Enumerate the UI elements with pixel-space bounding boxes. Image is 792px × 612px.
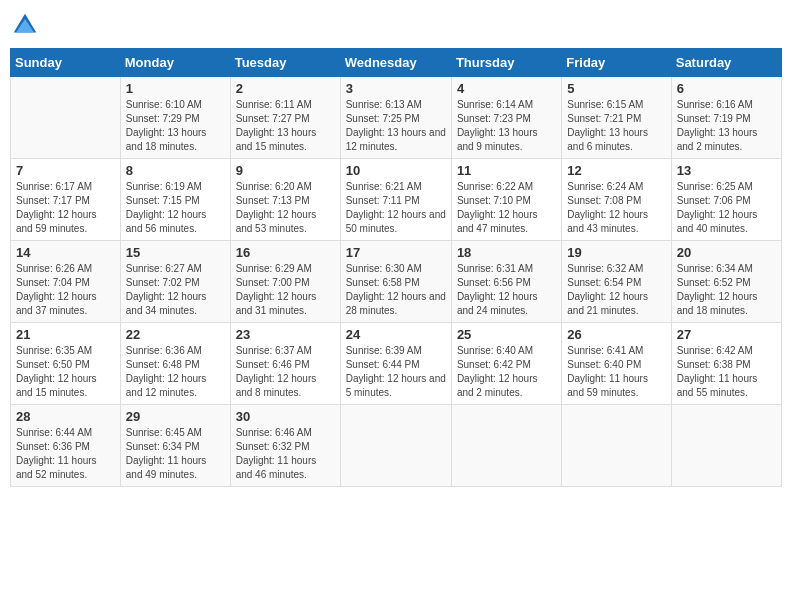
calendar-cell [671,405,781,487]
day-info: Sunrise: 6:35 AMSunset: 6:50 PMDaylight:… [16,344,115,400]
week-row-4: 28Sunrise: 6:44 AMSunset: 6:36 PMDayligh… [11,405,782,487]
day-info: Sunrise: 6:26 AMSunset: 7:04 PMDaylight:… [16,262,115,318]
calendar-cell: 4Sunrise: 6:14 AMSunset: 7:23 PMDaylight… [451,77,561,159]
calendar-cell: 30Sunrise: 6:46 AMSunset: 6:32 PMDayligh… [230,405,340,487]
week-row-2: 14Sunrise: 6:26 AMSunset: 7:04 PMDayligh… [11,241,782,323]
calendar-cell: 17Sunrise: 6:30 AMSunset: 6:58 PMDayligh… [340,241,451,323]
day-number: 4 [457,81,556,96]
day-info: Sunrise: 6:34 AMSunset: 6:52 PMDaylight:… [677,262,776,318]
day-number: 21 [16,327,115,342]
day-info: Sunrise: 6:10 AMSunset: 7:29 PMDaylight:… [126,98,225,154]
day-info: Sunrise: 6:16 AMSunset: 7:19 PMDaylight:… [677,98,776,154]
day-info: Sunrise: 6:19 AMSunset: 7:15 PMDaylight:… [126,180,225,236]
day-number: 25 [457,327,556,342]
day-info: Sunrise: 6:45 AMSunset: 6:34 PMDaylight:… [126,426,225,482]
page-header [10,10,782,40]
calendar-cell: 9Sunrise: 6:20 AMSunset: 7:13 PMDaylight… [230,159,340,241]
calendar-cell: 7Sunrise: 6:17 AMSunset: 7:17 PMDaylight… [11,159,121,241]
day-info: Sunrise: 6:37 AMSunset: 6:46 PMDaylight:… [236,344,335,400]
day-info: Sunrise: 6:42 AMSunset: 6:38 PMDaylight:… [677,344,776,400]
week-row-1: 7Sunrise: 6:17 AMSunset: 7:17 PMDaylight… [11,159,782,241]
day-number: 12 [567,163,665,178]
week-row-0: 1Sunrise: 6:10 AMSunset: 7:29 PMDaylight… [11,77,782,159]
day-info: Sunrise: 6:36 AMSunset: 6:48 PMDaylight:… [126,344,225,400]
day-number: 3 [346,81,446,96]
day-number: 1 [126,81,225,96]
calendar-cell: 10Sunrise: 6:21 AMSunset: 7:11 PMDayligh… [340,159,451,241]
calendar-cell: 26Sunrise: 6:41 AMSunset: 6:40 PMDayligh… [562,323,671,405]
day-number: 17 [346,245,446,260]
week-row-3: 21Sunrise: 6:35 AMSunset: 6:50 PMDayligh… [11,323,782,405]
day-info: Sunrise: 6:24 AMSunset: 7:08 PMDaylight:… [567,180,665,236]
logo-icon [10,10,40,40]
calendar-cell: 1Sunrise: 6:10 AMSunset: 7:29 PMDaylight… [120,77,230,159]
day-info: Sunrise: 6:21 AMSunset: 7:11 PMDaylight:… [346,180,446,236]
day-number: 5 [567,81,665,96]
day-number: 24 [346,327,446,342]
day-number: 18 [457,245,556,260]
calendar-cell: 14Sunrise: 6:26 AMSunset: 7:04 PMDayligh… [11,241,121,323]
day-number: 28 [16,409,115,424]
day-number: 2 [236,81,335,96]
day-info: Sunrise: 6:22 AMSunset: 7:10 PMDaylight:… [457,180,556,236]
calendar-cell [11,77,121,159]
day-number: 11 [457,163,556,178]
calendar-header-row: SundayMondayTuesdayWednesdayThursdayFrid… [11,49,782,77]
calendar-cell: 11Sunrise: 6:22 AMSunset: 7:10 PMDayligh… [451,159,561,241]
calendar-cell: 5Sunrise: 6:15 AMSunset: 7:21 PMDaylight… [562,77,671,159]
header-monday: Monday [120,49,230,77]
day-info: Sunrise: 6:15 AMSunset: 7:21 PMDaylight:… [567,98,665,154]
calendar-cell [340,405,451,487]
calendar-cell: 25Sunrise: 6:40 AMSunset: 6:42 PMDayligh… [451,323,561,405]
calendar-cell: 22Sunrise: 6:36 AMSunset: 6:48 PMDayligh… [120,323,230,405]
day-info: Sunrise: 6:29 AMSunset: 7:00 PMDaylight:… [236,262,335,318]
day-number: 27 [677,327,776,342]
calendar-cell: 29Sunrise: 6:45 AMSunset: 6:34 PMDayligh… [120,405,230,487]
day-number: 7 [16,163,115,178]
day-info: Sunrise: 6:32 AMSunset: 6:54 PMDaylight:… [567,262,665,318]
calendar-cell: 20Sunrise: 6:34 AMSunset: 6:52 PMDayligh… [671,241,781,323]
calendar-cell: 16Sunrise: 6:29 AMSunset: 7:00 PMDayligh… [230,241,340,323]
calendar-cell: 6Sunrise: 6:16 AMSunset: 7:19 PMDaylight… [671,77,781,159]
calendar-cell: 15Sunrise: 6:27 AMSunset: 7:02 PMDayligh… [120,241,230,323]
day-number: 22 [126,327,225,342]
day-info: Sunrise: 6:11 AMSunset: 7:27 PMDaylight:… [236,98,335,154]
day-number: 13 [677,163,776,178]
logo [10,10,44,40]
calendar-cell: 18Sunrise: 6:31 AMSunset: 6:56 PMDayligh… [451,241,561,323]
day-number: 6 [677,81,776,96]
day-info: Sunrise: 6:31 AMSunset: 6:56 PMDaylight:… [457,262,556,318]
day-number: 10 [346,163,446,178]
calendar-cell: 19Sunrise: 6:32 AMSunset: 6:54 PMDayligh… [562,241,671,323]
calendar-cell: 12Sunrise: 6:24 AMSunset: 7:08 PMDayligh… [562,159,671,241]
day-number: 16 [236,245,335,260]
day-info: Sunrise: 6:13 AMSunset: 7:25 PMDaylight:… [346,98,446,154]
calendar-cell [562,405,671,487]
calendar-table: SundayMondayTuesdayWednesdayThursdayFrid… [10,48,782,487]
day-info: Sunrise: 6:46 AMSunset: 6:32 PMDaylight:… [236,426,335,482]
day-info: Sunrise: 6:25 AMSunset: 7:06 PMDaylight:… [677,180,776,236]
calendar-cell: 27Sunrise: 6:42 AMSunset: 6:38 PMDayligh… [671,323,781,405]
calendar-cell [451,405,561,487]
day-info: Sunrise: 6:20 AMSunset: 7:13 PMDaylight:… [236,180,335,236]
calendar-cell: 13Sunrise: 6:25 AMSunset: 7:06 PMDayligh… [671,159,781,241]
day-number: 23 [236,327,335,342]
calendar-cell: 21Sunrise: 6:35 AMSunset: 6:50 PMDayligh… [11,323,121,405]
day-info: Sunrise: 6:27 AMSunset: 7:02 PMDaylight:… [126,262,225,318]
day-number: 29 [126,409,225,424]
header-thursday: Thursday [451,49,561,77]
calendar-cell: 23Sunrise: 6:37 AMSunset: 6:46 PMDayligh… [230,323,340,405]
day-info: Sunrise: 6:44 AMSunset: 6:36 PMDaylight:… [16,426,115,482]
day-info: Sunrise: 6:17 AMSunset: 7:17 PMDaylight:… [16,180,115,236]
day-info: Sunrise: 6:39 AMSunset: 6:44 PMDaylight:… [346,344,446,400]
calendar-cell: 8Sunrise: 6:19 AMSunset: 7:15 PMDaylight… [120,159,230,241]
day-info: Sunrise: 6:30 AMSunset: 6:58 PMDaylight:… [346,262,446,318]
day-number: 9 [236,163,335,178]
day-info: Sunrise: 6:14 AMSunset: 7:23 PMDaylight:… [457,98,556,154]
header-friday: Friday [562,49,671,77]
header-wednesday: Wednesday [340,49,451,77]
day-number: 15 [126,245,225,260]
calendar-cell: 24Sunrise: 6:39 AMSunset: 6:44 PMDayligh… [340,323,451,405]
day-info: Sunrise: 6:41 AMSunset: 6:40 PMDaylight:… [567,344,665,400]
header-sunday: Sunday [11,49,121,77]
